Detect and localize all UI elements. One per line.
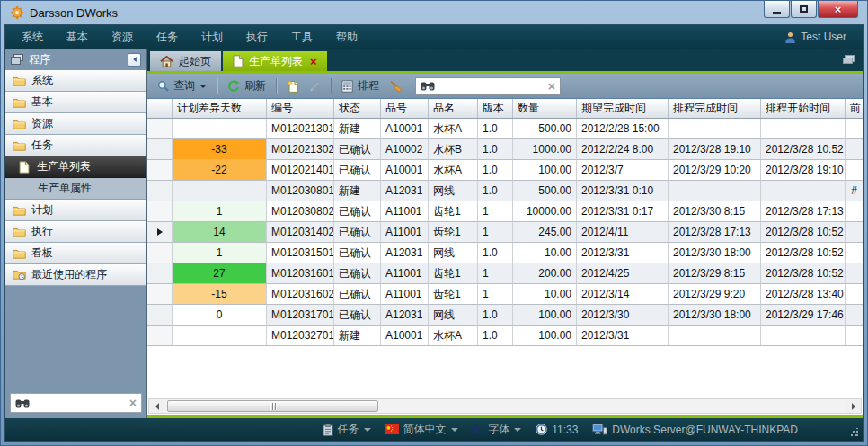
table-row[interactable]: M012021301新建A10001水杯A1.0500.002012/2/28 … <box>147 119 863 139</box>
toolbar-button-schedule[interactable]: 排程 <box>338 76 383 95</box>
col-header-name[interactable]: 品名 <box>429 99 478 118</box>
row-selector <box>147 222 173 243</box>
sidebar-search-input[interactable] <box>33 396 126 410</box>
sidebar-item-basic[interactable]: 基本 <box>5 92 146 113</box>
status-label: 简体中文 <box>403 422 447 437</box>
sidebar-item-execute[interactable]: 执行 <box>5 221 146 243</box>
status-time[interactable]: 11:33 <box>536 424 578 436</box>
sidebar-item-system[interactable]: 系统 <box>5 70 146 92</box>
sidebar-item-task[interactable]: 任务 <box>5 135 146 156</box>
search-icon <box>157 80 169 92</box>
cell-no: M012031402 <box>267 222 334 243</box>
scrollbar-track[interactable] <box>164 399 846 413</box>
title-bar[interactable]: Darsson DWorks <box>4 1 864 24</box>
cell-sched_start: 2012/3/28 10:52 <box>761 243 846 263</box>
sidebar-item-production-order-list[interactable]: 生产单列表 <box>5 156 146 178</box>
user-indicator[interactable]: Test User <box>784 31 846 43</box>
cell-qty: 100.00 <box>513 326 577 346</box>
table-row[interactable]: 14M012031402已确认A11001齿轮11245.002012/4/11… <box>147 222 863 243</box>
menu-item-plan[interactable]: 计划 <box>201 30 223 45</box>
col-header-no[interactable]: 编号 <box>267 99 334 118</box>
resize-grip[interactable] <box>850 428 859 437</box>
close-button[interactable]: × <box>818 1 858 18</box>
menu-item-task[interactable]: 任务 <box>156 30 178 45</box>
tab-production-order-list[interactable]: 生产单列表× <box>223 51 327 71</box>
status-server[interactable]: DWorks Server@FUNWAY-THINKPAD <box>592 424 798 436</box>
cell-item: A10002 <box>381 139 429 160</box>
menu-item-tools[interactable]: 工具 <box>291 30 313 45</box>
status-language[interactable]: 简体中文 <box>385 422 458 437</box>
col-header-sel[interactable] <box>147 99 173 118</box>
folder-icon <box>12 76 26 86</box>
tab-close-icon[interactable]: × <box>310 56 317 67</box>
toolbar-separator <box>276 78 277 94</box>
col-header-item[interactable]: 品号 <box>381 99 429 118</box>
toolbar-button-new[interactable] <box>283 78 303 94</box>
caret-down-icon <box>451 428 458 435</box>
maximize-button[interactable] <box>791 1 817 18</box>
cell-sched_end: 2012/3/29 10:20 <box>669 160 761 181</box>
binoculars-icon <box>421 81 435 91</box>
sidebar-search-box: × <box>10 393 142 413</box>
menu-item-basic[interactable]: 基本 <box>66 30 88 45</box>
menu-item-resource[interactable]: 资源 <box>111 30 133 45</box>
toolbar-button-edit[interactable] <box>306 78 324 94</box>
menu-item-system[interactable]: 系统 <box>22 30 43 45</box>
col-header-due[interactable]: 期望完成时间 <box>577 99 669 118</box>
menu-item-help[interactable]: 帮助 <box>336 30 358 45</box>
clear-search-icon[interactable]: × <box>129 397 137 409</box>
table-row[interactable]: 1M012030802已确认A11001齿轮1110000.002012/3/3… <box>147 201 863 222</box>
status-font[interactable]: A:字体 <box>473 422 522 437</box>
horizontal-scrollbar[interactable] <box>148 398 862 414</box>
col-header-sched_start[interactable]: 排程开始时间 <box>761 99 846 118</box>
col-header-ver[interactable]: 版本 <box>478 99 513 118</box>
sidebar-item-label: 计划 <box>31 202 53 218</box>
tab-windows-icon[interactable] <box>842 53 855 65</box>
table-row[interactable]: -33M012021302已确认A10002水杯B1.01000.002012/… <box>147 139 863 160</box>
cell-extra <box>846 284 863 305</box>
arrow-right-icon <box>852 403 859 410</box>
sidebar-item-resource[interactable]: 资源 <box>5 113 146 135</box>
col-header-sched_end[interactable]: 排程完成时间 <box>669 99 761 118</box>
sidebar-item-label: 生产单属性 <box>38 181 92 196</box>
sidebar-item-kanban[interactable]: 看板 <box>5 243 146 264</box>
toolbar-search-input[interactable] <box>439 79 544 94</box>
cell-name: 水杯A <box>429 119 478 139</box>
sidebar-collapse-button[interactable] <box>128 53 141 67</box>
status-tasks[interactable]: 任务 <box>323 422 371 437</box>
cell-ver: 1 <box>478 222 513 243</box>
cell-diff: -22 <box>173 160 267 181</box>
table-row[interactable]: -15M012031602已确认A11001齿轮1110.002012/3/14… <box>147 284 863 305</box>
tab-start-page[interactable]: 起始页 <box>150 51 221 71</box>
minimize-button[interactable] <box>764 1 790 18</box>
cell-item: A10001 <box>381 160 429 181</box>
toolbar-button-clean[interactable] <box>385 78 406 94</box>
home-icon <box>160 56 173 67</box>
toolbar-button-refresh[interactable]: 刷新 <box>224 76 270 95</box>
cell-ver: 1 <box>478 263 513 284</box>
table-row[interactable]: 0M012031701已确认A12031网线1.0100.002012/3/30… <box>147 305 863 326</box>
menu-item-execute[interactable]: 执行 <box>246 30 268 45</box>
scroll-left-button[interactable] <box>149 399 164 413</box>
sidebar-item-recent-programs[interactable]: 最近使用的程序 <box>5 264 146 286</box>
table-row[interactable]: 27M012031601已确认A11001齿轮11200.002012/4/25… <box>147 263 863 284</box>
sidebar-item-plan[interactable]: 计划 <box>5 200 146 221</box>
table-row[interactable]: 1M012031501已确认A12031网线1.010.002012/3/312… <box>147 243 863 263</box>
sidebar-item-production-order-props[interactable]: 生产单属性 <box>5 178 146 200</box>
col-header-extra[interactable]: 前 <box>846 99 863 118</box>
scroll-right-button[interactable] <box>846 399 861 413</box>
table-row[interactable]: -22M012021401已确认A10001水杯A1.0100.002012/3… <box>147 160 863 181</box>
col-header-qty[interactable]: 数量 <box>513 99 577 118</box>
table-row[interactable]: M012030801新建A12031网线1.0500.002012/3/31 0… <box>147 181 863 201</box>
scrollbar-thumb[interactable] <box>167 400 378 412</box>
clear-search-icon[interactable]: × <box>548 80 555 93</box>
status-label: 字体 <box>488 422 509 437</box>
col-header-diff[interactable]: 计划差异天数 <box>173 99 267 118</box>
cell-due: 2012/2/24 8:00 <box>577 139 669 160</box>
cell-ver: 1.0 <box>478 305 513 326</box>
cell-diff: -33 <box>173 139 267 160</box>
table-row[interactable]: M012032701新建A10001水杯A1.0100.002012/3/31 <box>147 326 863 346</box>
col-header-status[interactable]: 状态 <box>334 99 381 118</box>
cell-ver: 1.0 <box>478 160 513 181</box>
toolbar-button-query[interactable]: 查询 <box>154 76 210 95</box>
